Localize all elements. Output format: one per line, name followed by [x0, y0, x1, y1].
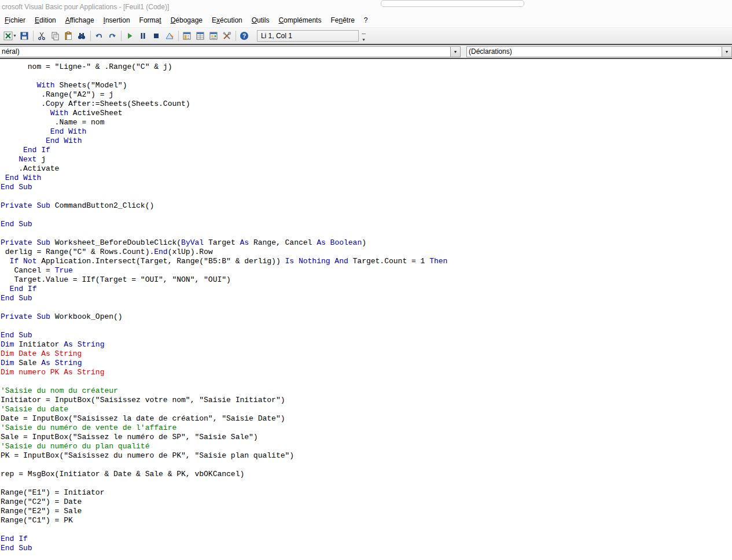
code-line[interactable]: 'Saisie du date — [1, 405, 732, 414]
copy-button[interactable] — [49, 30, 62, 42]
menu-item-fentre[interactable]: Fenêtre — [326, 13, 359, 27]
cut-button[interactable] — [35, 30, 49, 42]
save-button[interactable] — [18, 30, 31, 42]
code-line[interactable]: If Not Application.Intersect(Target, Ran… — [1, 257, 732, 266]
code-line[interactable]: Date = InputBox("Saisissez la date de cr… — [1, 414, 732, 423]
code-line[interactable] — [1, 303, 732, 312]
code-line[interactable]: Sale = InputBox("Saissez le numéro de SP… — [1, 433, 732, 442]
reset-button[interactable] — [150, 30, 163, 42]
toolbox-button[interactable] — [220, 30, 234, 42]
code-line[interactable]: Dim Initiator As String — [1, 340, 732, 349]
code-line[interactable] — [1, 72, 732, 81]
break-button[interactable] — [137, 30, 150, 42]
dropdown-arrow-icon[interactable]: ▼ — [450, 47, 460, 57]
project-explorer-button[interactable] — [181, 30, 194, 42]
code-line[interactable]: Private Sub Worksheet_BeforeDoubleClick(… — [1, 238, 732, 248]
svg-text:?: ? — [242, 32, 246, 39]
line-column-indicator: Li 1, Col 1 — [257, 30, 359, 42]
dropdown-arrow-icon[interactable]: ▼ — [722, 47, 731, 57]
code-line[interactable] — [1, 377, 732, 386]
binoculars-icon — [77, 31, 86, 40]
code-line[interactable] — [1, 525, 732, 535]
menu-item-complments[interactable]: Compléments — [274, 13, 326, 27]
code-line[interactable]: Next j — [1, 155, 732, 164]
object-dropdown[interactable]: néral) ▼ — [0, 46, 461, 57]
code-line[interactable]: End Sub — [1, 331, 732, 340]
code-line[interactable]: With ActiveSheet — [1, 109, 732, 118]
code-line[interactable]: Dim Date As String — [1, 349, 732, 359]
menu-item-format[interactable]: Format — [135, 13, 166, 27]
menu-item-dbogage[interactable]: Débogage — [166, 13, 207, 27]
stop-square-icon — [152, 31, 161, 40]
code-line[interactable] — [1, 460, 732, 470]
object-browser-icon — [209, 31, 218, 40]
properties-window-button[interactable] — [194, 30, 207, 42]
menu-item-help[interactable]: ? — [359, 13, 373, 27]
code-line[interactable]: rep = MsgBox(Initiator & Date & Sale & P… — [1, 470, 732, 479]
code-line[interactable]: End If — [1, 285, 732, 294]
code-line[interactable] — [1, 479, 732, 488]
procedure-dropdown[interactable]: (Déclarations) ▼ — [466, 46, 732, 57]
code-line[interactable]: Cancel = True — [1, 266, 732, 275]
toolbar-separator — [33, 31, 34, 41]
code-line[interactable]: With Sheets("Model") — [1, 81, 732, 90]
chevron-down-icon[interactable]: ▼ — [13, 34, 17, 38]
code-line[interactable]: Dim numero PK As String — [1, 368, 732, 377]
code-line[interactable]: .Activate — [1, 164, 732, 174]
menu-item-fichier[interactable]: Fichier — [0, 13, 30, 27]
code-pane[interactable]: nom = "Ligne-" & .Range("C" & j) With Sh… — [0, 59, 732, 560]
code-line[interactable]: Initiator = InputBox("Saisissez votre no… — [1, 396, 732, 405]
code-line[interactable]: End With — [1, 137, 732, 146]
code-line[interactable]: .Name = nom — [1, 118, 732, 127]
code-line[interactable]: nom = "Ligne-" & .Range("C" & j) — [1, 62, 732, 72]
code-line[interactable]: End With — [1, 127, 732, 137]
design-mode-button[interactable] — [163, 30, 176, 42]
code-line[interactable]: Range("E1") = Initiator — [1, 488, 732, 498]
code-line[interactable]: Range("E2") = Sale — [1, 507, 732, 516]
object-browser-button[interactable] — [207, 30, 220, 42]
code-line[interactable]: Private Sub Workbook_Open() — [1, 312, 732, 322]
code-line[interactable]: .Copy After:=Sheets(Sheets.Count) — [1, 100, 732, 109]
code-line[interactable]: Dim Sale As String — [1, 359, 732, 368]
code-line[interactable] — [1, 192, 732, 201]
toolbar-separator — [236, 31, 236, 41]
paste-button[interactable] — [62, 30, 75, 42]
code-line[interactable]: Range("C2") = Date — [1, 498, 732, 507]
code-line[interactable]: End If — [1, 146, 732, 155]
menu-item-edition[interactable]: Edition — [30, 13, 61, 27]
window-title: crosoft Visual Basic pour Applications -… — [2, 3, 169, 11]
pause-icon — [138, 31, 148, 40]
toolbar-options-chevron[interactable]: ▼ — [360, 29, 367, 43]
code-line[interactable] — [1, 229, 732, 238]
procedure-dropdown-value: (Déclarations) — [467, 47, 512, 56]
menu-item-affichage[interactable]: Affichage — [61, 13, 99, 27]
find-button[interactable] — [75, 30, 89, 42]
code-line[interactable]: End With — [1, 174, 732, 183]
code-line[interactable]: Private Sub CommandButton2_Click() — [1, 201, 732, 211]
excel-icon — [3, 31, 13, 40]
code-line[interactable]: 'Saisie du nom du créateur — [1, 386, 732, 396]
undo-button[interactable] — [93, 30, 106, 42]
code-line[interactable]: End If — [1, 535, 732, 544]
combo-row: néral) ▼ (Déclarations) ▼ — [0, 44, 732, 59]
code-line[interactable]: End Sub — [1, 294, 732, 303]
code-line[interactable] — [1, 322, 732, 331]
code-line[interactable]: End Sub — [1, 220, 732, 229]
code-line[interactable]: Range("C1") = PK — [1, 516, 732, 525]
redo-button[interactable] — [106, 30, 119, 42]
menu-item-excution[interactable]: Exécution — [207, 13, 247, 27]
run-button[interactable] — [123, 30, 137, 42]
code-line[interactable]: Target.Value = IIf(Target = "OUI", "NON"… — [1, 275, 732, 285]
code-line[interactable]: 'Saisie du numéro de vente de l'affaire — [1, 423, 732, 433]
code-line[interactable]: PK = InputBox("Saisissez du numero de PK… — [1, 451, 732, 460]
code-line[interactable]: End Sub — [1, 544, 732, 553]
code-line[interactable] — [1, 211, 732, 220]
menu-item-outils[interactable]: Outils — [247, 13, 274, 27]
code-line[interactable]: 'Saisie du numéro du plan qualité — [1, 442, 732, 451]
menu-item-insertion[interactable]: Insertion — [99, 13, 135, 27]
code-line[interactable]: .Range("A2") = j — [1, 90, 732, 100]
help-button[interactable]: ? — [238, 30, 251, 42]
code-line[interactable]: derlig = Range("C" & Rows.Count).End(xlU… — [1, 248, 732, 257]
copy-icon — [50, 31, 60, 40]
code-line[interactable]: End Sub — [1, 183, 732, 192]
